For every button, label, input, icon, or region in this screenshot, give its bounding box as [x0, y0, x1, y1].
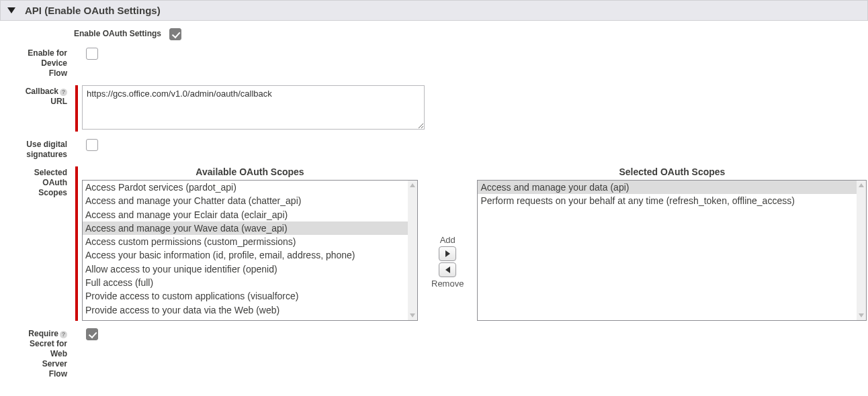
list-item[interactable]: Access custom permissions (custom_permis… — [83, 235, 417, 248]
label-callback-url: Callback? URL — [0, 85, 67, 132]
remove-label: Remove — [431, 279, 464, 289]
section-title: API (Enable OAuth Settings) — [25, 5, 161, 16]
list-item[interactable]: Access and manage your Wave data (wave_a… — [83, 221, 417, 235]
list-item[interactable]: Access Pardot services (pardot_api) — [83, 181, 417, 194]
list-item[interactable]: Allow access to your unique identifier (… — [83, 262, 417, 276]
label-selected-oauth-scopes: Selected OAuth Scopes — [0, 166, 67, 321]
help-icon[interactable]: ? — [60, 89, 67, 96]
list-item[interactable]: Perform requests on your behalf at any t… — [478, 194, 866, 207]
list-item[interactable]: Access and manage your Chatter data (cha… — [83, 194, 417, 207]
transfer-controls: Add Remove — [431, 166, 464, 321]
scrollbar[interactable] — [857, 181, 866, 320]
selected-scopes-list[interactable]: Access and manage your data (api)Perform… — [477, 180, 867, 321]
add-label: Add — [440, 235, 455, 245]
help-icon[interactable]: ? — [60, 331, 67, 338]
selected-scopes-heading: Selected OAuth Scopes — [477, 166, 867, 180]
remove-button[interactable] — [439, 262, 456, 277]
list-item[interactable]: Access your basic information (id, profi… — [83, 248, 417, 262]
chevron-right-icon — [445, 250, 450, 257]
section-header[interactable]: API (Enable OAuth Settings) — [0, 0, 868, 21]
list-item[interactable]: Access and manage your Eclair data (ecla… — [83, 208, 417, 221]
label-require-secret: Require? Secret for Web Server Flow — [0, 328, 67, 379]
checkbox-enable-oauth[interactable] — [169, 28, 181, 40]
list-item[interactable]: Provide access to custom applications (v… — [83, 289, 417, 303]
list-item[interactable]: Provide access to your data via the Web … — [83, 303, 417, 317]
list-item[interactable]: Access and manage your data (api) — [478, 181, 866, 194]
callback-url-input[interactable] — [82, 85, 425, 130]
label-digital-signatures: Use digital signatures — [0, 138, 67, 160]
collapse-toggle-icon[interactable] — [7, 7, 15, 13]
available-scopes-list[interactable]: Access Pardot services (pardot_api)Acces… — [82, 180, 418, 321]
checkbox-enable-device-flow[interactable] — [86, 48, 98, 60]
form-area: Enable OAuth Settings Enable for Device … — [0, 21, 868, 382]
checkbox-require-secret[interactable] — [86, 328, 98, 340]
label-enable-device-flow: Enable for Device Flow — [0, 47, 67, 79]
available-scopes-heading: Available OAuth Scopes — [82, 166, 418, 180]
add-button[interactable] — [439, 246, 456, 261]
checkbox-digital-signatures[interactable] — [86, 139, 98, 151]
scrollbar[interactable] — [408, 181, 417, 320]
chevron-left-icon — [445, 266, 450, 273]
label-enable-oauth: Enable OAuth Settings — [0, 28, 161, 40]
list-item[interactable]: Full access (full) — [83, 276, 417, 289]
